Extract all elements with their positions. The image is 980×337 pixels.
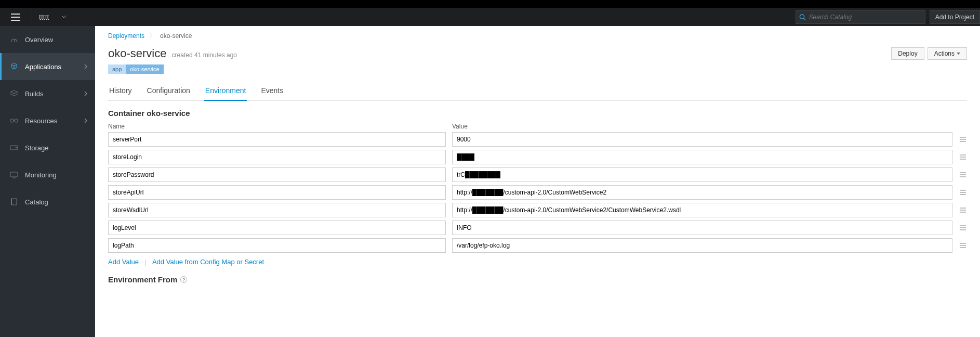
svg-marker-6 bbox=[11, 63, 17, 66]
breadcrumb-parent-link[interactable]: Deployments bbox=[108, 32, 144, 40]
env-row bbox=[108, 185, 967, 200]
sidebar-item-label: Catalog bbox=[25, 198, 48, 206]
cubes-icon bbox=[9, 62, 19, 71]
search-input[interactable] bbox=[809, 14, 922, 21]
page-actions: Deploy Actions bbox=[891, 47, 967, 60]
actions-button-label: Actions bbox=[934, 50, 955, 57]
env-name-input[interactable] bbox=[108, 132, 446, 147]
col-header-name: Name bbox=[108, 123, 446, 130]
env-row bbox=[108, 150, 967, 164]
env-row bbox=[108, 221, 967, 235]
environment-from-label: Environment From bbox=[108, 275, 177, 284]
svg-rect-17 bbox=[11, 199, 17, 205]
menu-toggle-button[interactable] bbox=[0, 8, 31, 26]
book-icon bbox=[9, 198, 19, 205]
top-header: ttttt Add to Project bbox=[0, 8, 980, 26]
label-value[interactable]: oko-service bbox=[126, 64, 163, 74]
drag-handle-icon[interactable] bbox=[959, 172, 967, 177]
content-area: Deployments 〉 oko-service oko-service cr… bbox=[95, 26, 980, 337]
sidebar-item-label: Applications bbox=[25, 63, 61, 71]
tab-history[interactable]: History bbox=[108, 83, 133, 101]
env-row bbox=[108, 167, 967, 182]
tabs-bar: History Configuration Environment Events bbox=[108, 83, 967, 101]
add-value-link[interactable]: Add Value bbox=[108, 258, 139, 266]
breadcrumb: Deployments 〉 oko-service bbox=[108, 32, 967, 40]
svg-point-14 bbox=[16, 147, 17, 148]
env-vars-table: Name Value bbox=[108, 123, 967, 253]
env-name-input[interactable] bbox=[108, 238, 446, 253]
link-divider: | bbox=[145, 258, 147, 266]
environment-from-title: Environment From ? bbox=[108, 275, 967, 284]
drag-handle-icon[interactable] bbox=[959, 243, 967, 248]
sidebar-item-storage[interactable]: Storage bbox=[0, 134, 95, 161]
help-icon[interactable]: ? bbox=[180, 276, 187, 283]
svg-marker-8 bbox=[14, 64, 17, 69]
svg-point-3 bbox=[800, 14, 804, 18]
svg-rect-15 bbox=[10, 172, 18, 177]
project-name: ttttt bbox=[31, 13, 62, 21]
env-name-input[interactable] bbox=[108, 185, 446, 200]
tab-environment[interactable]: Environment bbox=[204, 83, 247, 101]
env-add-links: Add Value | Add Value from Config Map or… bbox=[108, 258, 967, 266]
env-value-input[interactable] bbox=[452, 167, 952, 182]
sidebar-nav: Overview Applications Builds Resources bbox=[0, 26, 95, 337]
layers-icon bbox=[9, 90, 19, 97]
drag-handle-icon[interactable] bbox=[959, 154, 967, 160]
sidebar-item-monitoring[interactable]: Monitoring bbox=[0, 161, 95, 188]
breadcrumb-current: oko-service bbox=[160, 32, 192, 40]
actions-dropdown-button[interactable]: Actions bbox=[928, 47, 967, 60]
env-value-input[interactable] bbox=[452, 221, 952, 235]
env-value-input[interactable] bbox=[452, 203, 952, 217]
drag-handle-icon[interactable] bbox=[959, 225, 967, 230]
sidebar-item-label: Builds bbox=[25, 90, 43, 98]
svg-line-4 bbox=[803, 18, 805, 20]
col-header-value: Value bbox=[452, 123, 967, 130]
chevron-right-icon bbox=[84, 63, 87, 71]
drag-handle-icon[interactable] bbox=[959, 190, 967, 195]
label-key[interactable]: app bbox=[108, 64, 126, 74]
project-dropdown-toggle[interactable] bbox=[62, 15, 66, 19]
monitor-icon bbox=[9, 172, 19, 178]
env-value-input[interactable] bbox=[452, 132, 952, 147]
sidebar-item-label: Resources bbox=[25, 117, 57, 125]
sidebar-item-resources[interactable]: Resources bbox=[0, 107, 95, 134]
sidebar-item-applications[interactable]: Applications bbox=[0, 53, 95, 80]
chevron-down-icon bbox=[62, 16, 66, 18]
dashboard-icon bbox=[9, 36, 19, 43]
env-row bbox=[108, 203, 967, 217]
add-from-configmap-link[interactable]: Add Value from Config Map or Secret bbox=[152, 258, 264, 266]
page-title: oko-service created 41 minutes ago bbox=[108, 47, 237, 60]
env-value-input[interactable] bbox=[452, 238, 952, 253]
deploy-button[interactable]: Deploy bbox=[891, 47, 924, 60]
drag-handle-icon[interactable] bbox=[959, 137, 967, 142]
svg-line-5 bbox=[14, 40, 15, 42]
env-name-input[interactable] bbox=[108, 203, 446, 217]
svg-marker-19 bbox=[957, 53, 960, 55]
sidebar-item-builds[interactable]: Builds bbox=[0, 80, 95, 107]
env-value-input[interactable] bbox=[452, 150, 952, 164]
env-name-input[interactable] bbox=[108, 167, 446, 182]
page-title-text: oko-service bbox=[108, 47, 166, 60]
caret-down-icon bbox=[957, 53, 960, 55]
main-shell: Overview Applications Builds Resources bbox=[0, 26, 980, 337]
tab-events[interactable]: Events bbox=[260, 83, 284, 101]
tab-configuration[interactable]: Configuration bbox=[146, 83, 191, 101]
catalog-search[interactable] bbox=[796, 10, 925, 24]
env-row bbox=[108, 238, 967, 253]
env-value-input[interactable] bbox=[452, 185, 952, 200]
sidebar-item-label: Monitoring bbox=[25, 171, 57, 179]
env-column-headers: Name Value bbox=[108, 123, 967, 130]
page-header: oko-service created 41 minutes ago Deplo… bbox=[108, 47, 967, 60]
sidebar-item-label: Overview bbox=[25, 36, 53, 44]
env-row bbox=[108, 132, 967, 147]
sidebar-item-overview[interactable]: Overview bbox=[0, 26, 95, 53]
env-name-input[interactable] bbox=[108, 150, 446, 164]
env-name-input[interactable] bbox=[108, 221, 446, 235]
container-section-title: Container oko-service bbox=[108, 109, 967, 118]
created-timestamp: created 41 minutes ago bbox=[172, 51, 237, 59]
add-to-project-button[interactable]: Add to Project bbox=[930, 10, 980, 24]
drag-handle-icon[interactable] bbox=[959, 208, 967, 213]
hamburger-icon bbox=[11, 14, 20, 21]
chain-icon bbox=[9, 118, 19, 124]
sidebar-item-catalog[interactable]: Catalog bbox=[0, 188, 95, 215]
